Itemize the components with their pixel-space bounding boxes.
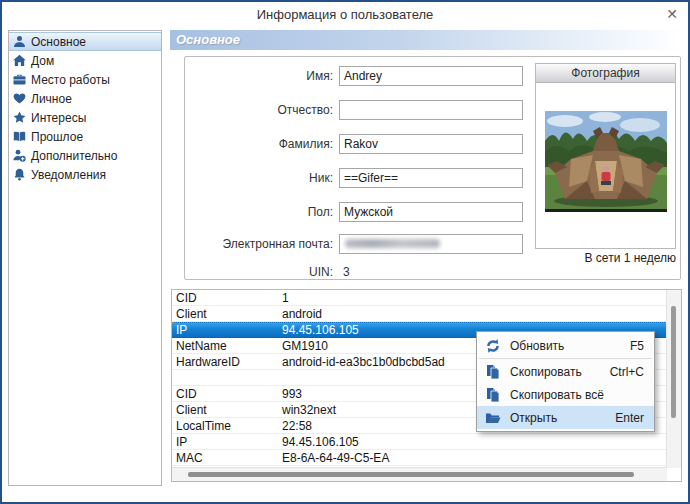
sidebar: Основное Дом Место работы Личное Интерес… [8, 30, 162, 486]
horizontal-scrollbar[interactable] [172, 467, 667, 481]
sidebar-item-label: Прошлое [31, 130, 83, 144]
row-key: IP [176, 323, 282, 337]
row-value: android [282, 307, 666, 321]
menu-item-copy[interactable]: Скопировать Ctrl+C [477, 360, 654, 383]
sidebar-item-dopolnitelno[interactable]: Дополнительно [9, 146, 161, 165]
email-redaction-blur [345, 239, 440, 248]
row-key: HardwareID [176, 355, 282, 369]
row-value: E8-6A-64-49-C5-EA [282, 451, 666, 465]
folder-open-icon [485, 410, 501, 426]
basic-info-groupbox: Имя: Отчество: Фамилия: Ник: Пол: Электр… [184, 56, 681, 280]
row-key: CID [176, 291, 282, 305]
refresh-icon [485, 338, 501, 354]
table-row[interactable]: CID1 [172, 290, 666, 306]
photo-panel-title: Фотография [536, 64, 675, 83]
sidebar-item-uvedomleniya[interactable]: Уведомления [9, 165, 161, 184]
briefcase-icon [13, 73, 26, 86]
form-row-gender: Пол: [185, 202, 523, 222]
sidebar-item-label: Интересы [31, 111, 86, 125]
close-icon[interactable]: ✕ [666, 7, 678, 21]
row-value: 94.45.106.105 [282, 435, 666, 449]
row-key: MAC [176, 451, 282, 465]
section-header: Основное [170, 30, 683, 50]
surname-field[interactable] [339, 134, 523, 154]
person-icon [13, 35, 26, 48]
row-key: Client [176, 307, 282, 321]
form-row-surname: Фамилия: [185, 134, 523, 154]
menu-item-refresh[interactable]: Обновить F5 [477, 334, 654, 357]
sidebar-item-label: Дополнительно [31, 149, 117, 163]
home-icon [13, 54, 26, 67]
menu-shortcut: F5 [630, 339, 644, 353]
menu-item-label: Скопировать [510, 365, 582, 379]
star-icon [13, 111, 26, 124]
form-row-name: Имя: [185, 66, 523, 86]
menu-item-open[interactable]: Открыть Enter [477, 406, 654, 429]
sidebar-item-label: Место работы [31, 73, 110, 87]
user-info-dialog: Информация о пользователе ✕ Основное Дом… [0, 0, 690, 504]
form-row-middle-name: Отчество: [185, 100, 523, 120]
middle-name-field[interactable] [339, 100, 523, 120]
uin-label: UIN: [185, 265, 339, 279]
user-photo [545, 111, 667, 212]
menu-shortcut: Ctrl+C [610, 365, 644, 379]
menu-item-label: Обновить [510, 339, 564, 353]
title-bar: Информация о пользователе ✕ [2, 2, 688, 28]
sidebar-item-osnovnoe[interactable]: Основное [9, 32, 161, 51]
email-label: Электронная почта: [185, 237, 339, 251]
form-row-nick: Ник: [185, 168, 523, 188]
nick-label: Ник: [185, 171, 339, 185]
row-key: IP [176, 435, 282, 449]
context-menu: Обновить F5 Скопировать Ctrl+C Скопирова… [476, 331, 655, 432]
row-key: Client [176, 403, 282, 417]
form-row-uin: UIN: 3 [185, 262, 350, 282]
sidebar-item-proshloe[interactable]: Прошлое [9, 127, 161, 146]
window-title: Информация о пользователе [2, 2, 688, 28]
vertical-scrollbar-thumb[interactable] [671, 306, 676, 418]
row-key: NetName [176, 339, 282, 353]
name-field[interactable] [339, 66, 523, 86]
table-row[interactable]: Clientandroid [172, 306, 666, 322]
sidebar-item-label: Дом [31, 54, 54, 68]
menu-item-copy-all[interactable]: Скопировать всё [477, 383, 654, 406]
bell-icon [13, 168, 26, 181]
sidebar-item-lichnoe[interactable]: Личное [9, 89, 161, 108]
menu-shortcut: Enter [615, 411, 644, 425]
table-row[interactable]: MACE8-6A-64-49-C5-EA [172, 450, 666, 466]
person-plus-icon [13, 149, 26, 162]
sidebar-item-mesto-raboty[interactable]: Место работы [9, 70, 161, 89]
sidebar-item-label: Уведомления [31, 168, 106, 182]
gender-label: Пол: [185, 205, 339, 219]
row-value: 1 [282, 291, 666, 305]
nick-field[interactable] [339, 168, 523, 188]
vertical-scrollbar[interactable] [666, 290, 681, 468]
row-key: LocalTime [176, 419, 282, 433]
menu-item-label: Открыть [510, 411, 557, 425]
name-label: Имя: [185, 69, 339, 83]
sidebar-item-label: Основное [31, 35, 86, 49]
sidebar-item-dom[interactable]: Дом [9, 51, 161, 70]
row-key: CID [176, 387, 282, 401]
horizontal-scrollbar-thumb[interactable] [188, 472, 634, 477]
book-icon [13, 130, 26, 143]
table-row[interactable]: IP94.45.106.105 [172, 434, 666, 450]
form-row-email: Электронная почта: [185, 234, 523, 254]
sidebar-item-label: Личное [31, 92, 72, 106]
gender-field[interactable] [339, 202, 523, 222]
middle-name-label: Отчество: [185, 103, 339, 117]
copy-icon [485, 387, 501, 403]
uin-value: 3 [339, 265, 350, 279]
heart-icon [13, 92, 26, 105]
photo-panel: Фотография [535, 63, 676, 249]
sidebar-item-interesy[interactable]: Интересы [9, 108, 161, 127]
surname-label: Фамилия: [185, 137, 339, 151]
menu-separator [479, 358, 652, 359]
copy-icon [485, 364, 501, 380]
online-status: В сети 1 неделю [585, 251, 676, 265]
menu-item-label: Скопировать всё [510, 388, 604, 402]
